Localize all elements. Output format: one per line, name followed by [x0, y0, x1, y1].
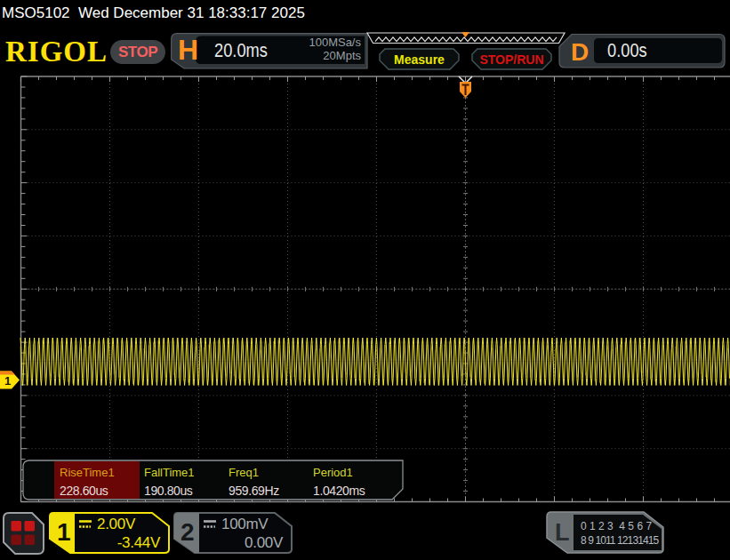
- svg-text:1: 1: [4, 374, 11, 388]
